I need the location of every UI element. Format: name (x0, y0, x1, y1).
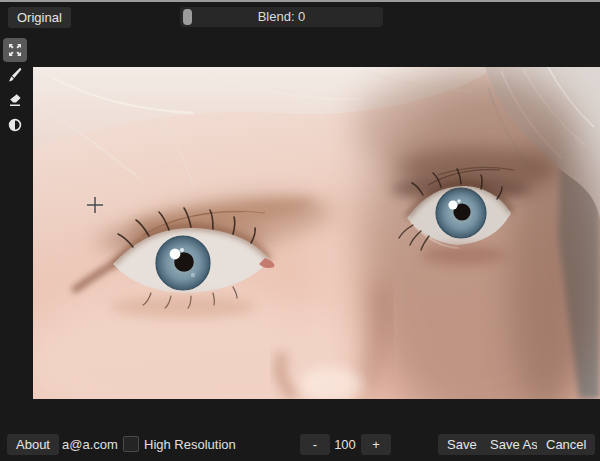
eraser-tool-button[interactable] (3, 88, 27, 112)
blend-slider[interactable]: Blend: 0 (180, 7, 383, 27)
cancel-button[interactable]: Cancel (537, 434, 595, 455)
email-label: a@a.com (62, 437, 118, 452)
window-top-border (0, 0, 600, 2)
contrast-drop-icon (7, 117, 23, 133)
high-resolution-label: High Resolution (144, 437, 236, 452)
pan-tool-button[interactable] (3, 38, 27, 62)
save-button[interactable]: Save (438, 434, 486, 455)
zoom-increase-button[interactable]: + (361, 434, 391, 455)
high-resolution-checkbox[interactable] (123, 436, 139, 452)
photo-image (33, 67, 600, 399)
tool-palette (3, 38, 27, 138)
photo-canvas[interactable] (33, 67, 600, 399)
brush-tool-button[interactable] (3, 63, 27, 87)
contrast-tool-button[interactable] (3, 113, 27, 137)
blend-slider-label: Blend: 0 (180, 7, 383, 27)
expand-arrows-icon (7, 42, 23, 58)
original-button[interactable]: Original (8, 7, 71, 28)
zoom-value: 100 (332, 437, 358, 452)
eraser-icon (7, 92, 23, 108)
zoom-decrease-button[interactable]: - (300, 434, 330, 455)
brush-icon (7, 67, 23, 83)
about-button[interactable]: About (7, 434, 59, 455)
